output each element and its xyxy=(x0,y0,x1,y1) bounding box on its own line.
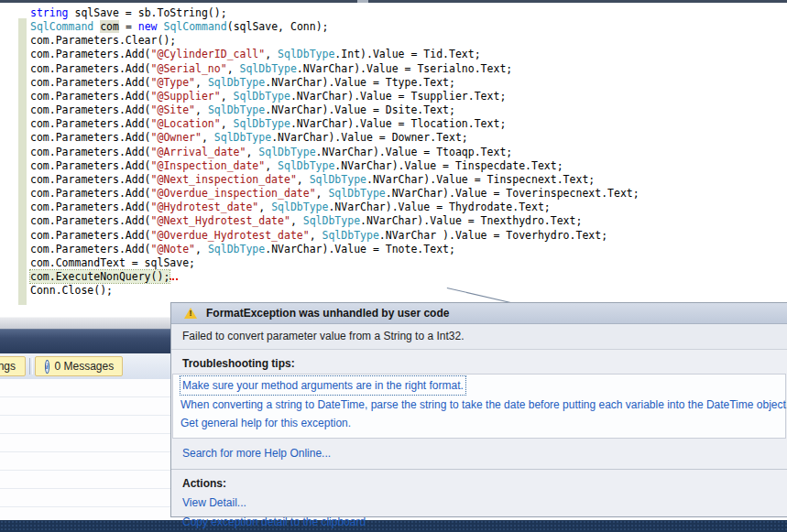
actions-links: View Detail...Copy exception detail to t… xyxy=(171,494,787,532)
troubleshooting-header: Troubleshooting tips: xyxy=(171,350,787,374)
troubleshooting-tip-link[interactable]: Get general help for this exception. xyxy=(180,414,778,432)
action-link[interactable]: Copy exception detail to the clipboard xyxy=(171,513,787,532)
exception-title: FormatException was unhandled by user co… xyxy=(206,307,449,320)
warning-icon: ! xyxy=(184,308,198,320)
troubleshooting-tips: Make sure your method arguments are in t… xyxy=(172,374,786,439)
change-tracking-margin xyxy=(18,18,27,305)
code-editor[interactable]: string sqlSave = sb.ToString(); SqlComma… xyxy=(0,3,787,319)
info-icon: i xyxy=(45,360,49,374)
search-help-link[interactable]: Search for more Help Online... xyxy=(171,439,787,467)
warnings-filter-button[interactable]: 0 Warnings xyxy=(0,356,26,376)
toolbar-separator xyxy=(29,358,33,375)
code-text[interactable]: string sqlSave = sb.ToString(); SqlComma… xyxy=(0,3,787,298)
exception-assistant-popup: ! FormatException was unhandled by user … xyxy=(170,302,787,517)
exception-popup-header: ! FormatException was unhandled by user … xyxy=(171,303,787,324)
messages-filter-label: 0 Messages xyxy=(55,360,115,373)
actions-header: Actions: xyxy=(171,470,787,494)
messages-filter-button[interactable]: i 0 Messages xyxy=(35,356,123,376)
troubleshooting-tip-link[interactable]: Make sure your method arguments are in t… xyxy=(180,376,465,395)
warnings-filter-label: 0 Warnings xyxy=(0,360,16,373)
troubleshooting-tip-link[interactable]: When converting a string to DateTime, pa… xyxy=(180,396,778,414)
vs-ide-screen: string sqlSave = sb.ToString(); SqlComma… xyxy=(0,0,787,532)
exception-message: Failed to convert parameter value from a… xyxy=(171,324,787,350)
action-link[interactable]: View Detail... xyxy=(171,494,787,513)
exception-popup-body: Troubleshooting tips: Make sure your met… xyxy=(171,350,787,532)
